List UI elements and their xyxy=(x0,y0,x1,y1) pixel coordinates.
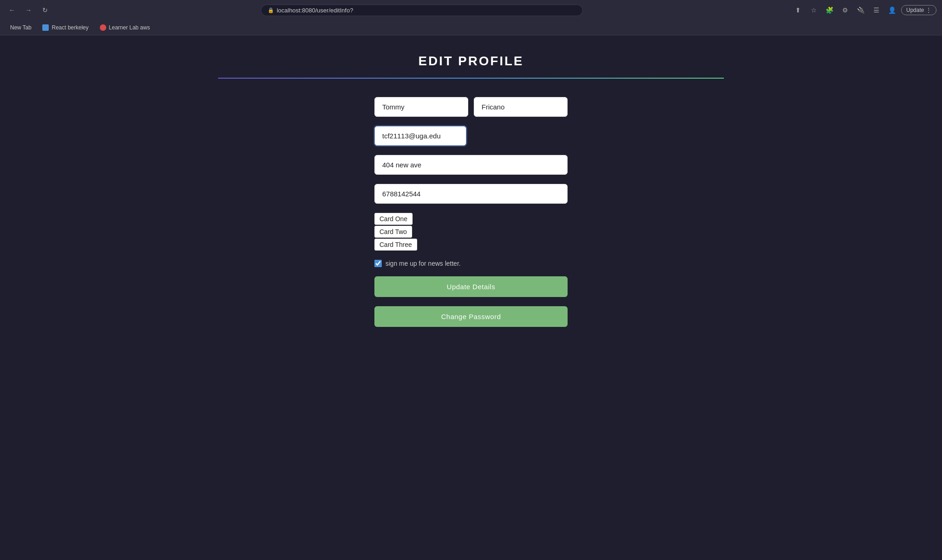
update-label: Update xyxy=(906,7,924,13)
newsletter-row: sign me up for news letter. xyxy=(374,260,568,267)
puzzle-button[interactable]: 🔌 xyxy=(854,4,867,17)
first-name-input[interactable] xyxy=(374,97,468,117)
tab-react-berkeley-label: React berkeley xyxy=(52,24,88,31)
card-two[interactable]: Card Two xyxy=(374,226,412,238)
last-name-input[interactable] xyxy=(474,97,568,117)
url-text: localhost:8080/user/editInfo? xyxy=(277,7,353,14)
email-input[interactable] xyxy=(374,126,466,146)
address-input[interactable] xyxy=(374,155,568,175)
address-bar[interactable]: 🔒 localhost:8080/user/editInfo? xyxy=(261,5,583,16)
newsletter-label: sign me up for news letter. xyxy=(385,260,460,267)
phone-input[interactable] xyxy=(374,184,568,204)
update-details-button[interactable]: Update Details xyxy=(374,276,568,297)
menu-button[interactable]: ☰ xyxy=(870,4,883,17)
tab-new-label: New Tab xyxy=(10,24,31,31)
card-one[interactable]: Card One xyxy=(374,213,413,225)
browser-actions: ⬆ ☆ 🧩 ⚙ 🔌 ☰ 👤 Update ⋮ xyxy=(792,4,936,17)
bookmark-button[interactable]: ☆ xyxy=(807,4,820,17)
user-avatar[interactable]: 👤 xyxy=(885,4,898,17)
tab-learner-lab[interactable]: Learner Lab aws xyxy=(95,23,155,33)
react-berkeley-favicon xyxy=(42,24,49,31)
change-password-button[interactable]: Change Password xyxy=(374,306,568,327)
settings-button[interactable]: ⚙ xyxy=(839,4,851,17)
tab-learner-lab-label: Learner Lab aws xyxy=(109,24,150,31)
newsletter-checkbox[interactable] xyxy=(374,260,382,267)
card-list: Card One Card Two Card Three xyxy=(374,213,568,251)
forward-button[interactable]: → xyxy=(22,4,35,17)
update-button[interactable]: Update ⋮ xyxy=(901,5,936,15)
phone-row xyxy=(374,184,568,204)
back-button[interactable]: ← xyxy=(6,4,18,17)
card-three[interactable]: Card Three xyxy=(374,239,417,251)
page-content: EDIT PROFILE Card One Card Two Card Thre… xyxy=(0,35,942,560)
browser-chrome: ← → ↻ 🔒 localhost:8080/user/editInfo? ⬆ … xyxy=(0,0,942,35)
share-button[interactable]: ⬆ xyxy=(792,4,804,17)
update-menu-icon: ⋮ xyxy=(926,7,931,13)
extensions-button[interactable]: 🧩 xyxy=(823,4,836,17)
learner-lab-favicon xyxy=(100,24,106,31)
email-row xyxy=(374,126,568,146)
name-row xyxy=(374,97,568,117)
refresh-button[interactable]: ↻ xyxy=(39,4,52,17)
edit-profile-form: Card One Card Two Card Three sign me up … xyxy=(374,97,568,327)
lock-icon: 🔒 xyxy=(268,7,274,13)
browser-tabs: New Tab React berkeley Learner Lab aws xyxy=(0,20,942,35)
tab-react-berkeley[interactable]: React berkeley xyxy=(38,23,93,33)
address-row xyxy=(374,155,568,175)
section-divider xyxy=(218,78,724,79)
browser-toolbar: ← → ↻ 🔒 localhost:8080/user/editInfo? ⬆ … xyxy=(0,0,942,20)
page-title: EDIT PROFILE xyxy=(419,54,524,69)
tab-new[interactable]: New Tab xyxy=(6,23,36,33)
